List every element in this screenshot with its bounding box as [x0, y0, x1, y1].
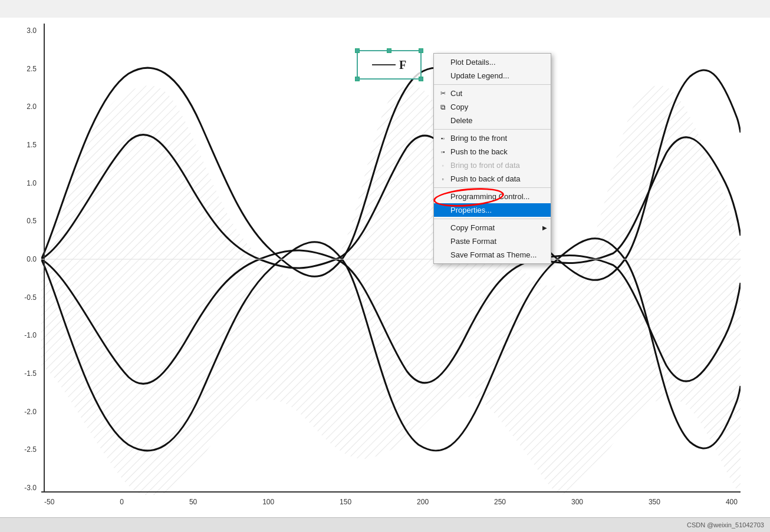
y-label-3_0: 3.0 — [27, 27, 37, 35]
menu-plot-details[interactable]: Plot Details... — [434, 55, 551, 69]
menu-cut-label: Cut — [450, 89, 462, 98]
x-label-neg50: -50 — [44, 498, 54, 506]
menu-properties[interactable]: Properties... — [434, 203, 551, 217]
y-label-1_0: 1.0 — [27, 179, 37, 187]
separator-3 — [434, 187, 551, 188]
menu-bring-front-data-label: Bring to front of data — [450, 161, 520, 170]
x-label-350: 350 — [649, 498, 660, 506]
menu-programming-control[interactable]: Programming Control... — [434, 190, 551, 203]
chart-area — [41, 24, 741, 495]
menu-bring-to-front[interactable]: ▪▫ Bring to the front — [434, 131, 551, 145]
menu-cut[interactable]: ✂ Cut — [434, 87, 551, 100]
handle-tr[interactable] — [419, 48, 423, 53]
menu-copy[interactable]: ⧉ Copy — [434, 100, 551, 114]
y-label-1_5: 1.5 — [27, 141, 37, 149]
menu-update-legend[interactable]: Update Legend... — [434, 69, 551, 82]
cut-icon: ✂ — [437, 88, 448, 99]
y-label-neg3_0: -3.0 — [24, 484, 37, 492]
menu-save-format[interactable]: Save Format as Theme... — [434, 248, 551, 262]
legend-line — [372, 64, 396, 65]
menu-update-legend-label: Update Legend... — [450, 71, 509, 80]
x-label-300: 300 — [571, 498, 583, 506]
menu-bring-front-data[interactable]: ▫ Bring to front of data — [434, 158, 551, 172]
handle-bl[interactable] — [355, 77, 360, 81]
menu-push-back-label: Push to the back — [450, 147, 508, 156]
separator-2 — [434, 129, 551, 130]
x-label-150: 150 — [340, 498, 351, 506]
menu-bring-front-label: Bring to the front — [450, 134, 507, 143]
legend-box[interactable]: F — [357, 50, 422, 80]
menu-paste-format[interactable]: Paste Format — [434, 234, 551, 248]
y-label-neg2_0: -2.0 — [24, 408, 37, 416]
handle-tc[interactable] — [387, 48, 391, 53]
chart-container: 3.0 2.5 2.0 1.5 1.0 0.5 0.0 -0.5 -1.0 -1… — [0, 18, 770, 530]
menu-properties-label: Properties... — [450, 206, 492, 214]
menu-copy-label: Copy — [450, 103, 468, 111]
x-label-50: 50 — [189, 498, 197, 506]
menu-push-to-back[interactable]: ▫▪ Push to the back — [434, 145, 551, 158]
menu-paste-format-label: Paste Format — [450, 237, 496, 246]
menu-delete-label: Delete — [450, 116, 473, 125]
watermark: CSDN @weixin_51042703 — [687, 521, 764, 528]
separator-1 — [434, 84, 551, 85]
menu-copy-format-label: Copy Format — [450, 223, 495, 232]
y-label-neg1_0: -1.0 — [24, 331, 37, 339]
legend-inner: F — [372, 58, 406, 72]
menu-plot-details-label: Plot Details... — [450, 58, 496, 67]
y-label-0_0: 0.0 — [27, 255, 37, 263]
handle-tl[interactable] — [355, 48, 360, 53]
context-menu: Plot Details... Update Legend... ✂ Cut ⧉… — [433, 53, 551, 264]
y-label-2_5: 2.5 — [27, 65, 37, 73]
menu-push-back-data[interactable]: ▫ Push to back of data — [434, 172, 551, 186]
submenu-arrow: ▶ — [542, 224, 547, 231]
menu-save-format-label: Save Format as Theme... — [450, 250, 537, 259]
handle-br[interactable] — [419, 77, 423, 81]
push-back-data-icon: ▫ — [437, 174, 448, 184]
y-label-2_0: 2.0 — [27, 103, 37, 111]
x-label-100: 100 — [262, 498, 274, 506]
push-back-icon: ▫▪ — [437, 147, 448, 157]
legend-label: F — [399, 58, 406, 72]
menu-programming-label: Programming Control... — [450, 192, 529, 201]
menu-push-back-data-label: Push to back of data — [450, 174, 521, 183]
y-label-neg2_5: -2.5 — [24, 445, 37, 454]
x-label-200: 200 — [417, 498, 429, 506]
x-label-0: 0 — [120, 498, 124, 506]
x-label-250: 250 — [494, 498, 506, 506]
separator-4 — [434, 219, 551, 219]
y-axis: 3.0 2.5 2.0 1.5 1.0 0.5 0.0 -0.5 -1.0 -1… — [0, 24, 41, 495]
x-label-400: 400 — [726, 498, 738, 506]
bring-front-icon: ▪▫ — [437, 133, 448, 144]
chart-svg — [41, 24, 741, 495]
menu-delete[interactable]: Delete — [434, 114, 551, 127]
y-label-neg0_5: -0.5 — [24, 293, 37, 302]
copy-icon: ⧉ — [437, 102, 448, 113]
y-label-neg1_5: -1.5 — [24, 369, 37, 378]
menu-copy-format[interactable]: Copy Format ▶ — [434, 221, 551, 234]
bottom-bar: CSDN @weixin_51042703 — [0, 517, 770, 532]
y-label-0_5: 0.5 — [27, 217, 37, 225]
bring-front-data-icon: ▫ — [437, 160, 448, 171]
